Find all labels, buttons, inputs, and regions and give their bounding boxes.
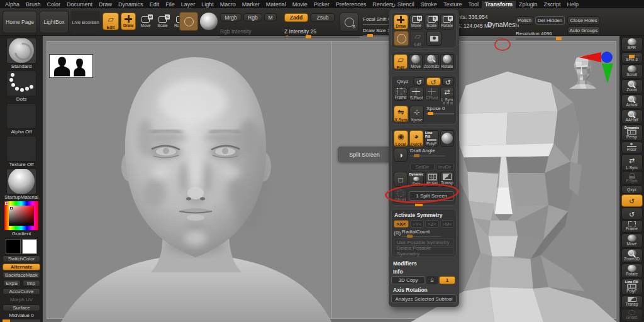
polyf-button[interactable]: Line Fill PolyF xyxy=(425,130,439,147)
x-sym-button[interactable]: X.Sym xyxy=(394,106,408,122)
qxyz-button[interactable]: Qxyz xyxy=(621,186,643,194)
z-axis-ball[interactable] xyxy=(601,52,613,63)
floor-button[interactable]: Floor xyxy=(621,142,643,153)
bpr-button[interactable]: BPR xyxy=(621,37,643,52)
menu-macro[interactable]: Macro xyxy=(217,1,239,8)
color-picker[interactable] xyxy=(4,201,38,231)
rgb-intensity-slider[interactable]: Rgb Intensity xyxy=(220,25,292,38)
persp-box-button[interactable] xyxy=(394,172,408,187)
qxyz-button[interactable]: Qxyz xyxy=(394,77,412,86)
current-material-ball[interactable] xyxy=(200,13,218,30)
menu-edit[interactable]: Edit xyxy=(147,1,163,8)
z-intensity-handle[interactable] xyxy=(306,35,311,38)
popup-rotate-button[interactable]: R Rotate xyxy=(440,14,455,30)
menu-picker[interactable]: Picker xyxy=(311,1,333,8)
aahalf-button[interactable]: AAHalf xyxy=(621,109,643,124)
mid-value-label[interactable]: MidValue 0 xyxy=(3,313,40,319)
menu-alpha[interactable]: Alpha xyxy=(2,1,23,8)
split-screen-button[interactable]: 1 Split Screen xyxy=(409,191,454,201)
accucurve-button[interactable]: AccuCurve xyxy=(3,288,40,295)
actual-button[interactable]: Actual xyxy=(621,94,643,109)
secondary-color-swatch[interactable] xyxy=(22,239,37,254)
mini-toggle[interactable] xyxy=(447,102,449,104)
current-brush-button[interactable] xyxy=(179,12,198,31)
popup-move-button[interactable]: M Move xyxy=(409,14,424,30)
psym-button[interactable]: P.Sym xyxy=(621,171,643,185)
frame-button[interactable]: Frame xyxy=(621,220,643,233)
popup-zoom3d-button[interactable]: Zoom3D xyxy=(424,54,439,69)
scale-button[interactable]: S Scale xyxy=(155,14,170,30)
quick-button[interactable]: Quick xyxy=(409,130,424,147)
main-color-swatch[interactable] xyxy=(6,239,21,254)
texture-thumbnail[interactable] xyxy=(6,136,36,162)
menu-marker[interactable]: Marker xyxy=(239,1,263,8)
menu-tool[interactable]: Tool xyxy=(465,1,482,8)
menu-document[interactable]: Document xyxy=(64,1,96,8)
zoom3d-button[interactable]: Zoom3D xyxy=(621,248,643,263)
move-view-button[interactable]: Move xyxy=(621,233,643,248)
l-sym-button[interactable]: L.Sym xyxy=(440,87,454,101)
mrgb-button[interactable]: Mrgb xyxy=(220,13,242,21)
copy-count-field[interactable]: 1 xyxy=(439,276,455,284)
camera-button[interactable] xyxy=(426,31,441,46)
resolution-slider[interactable]: Resolution 4096 xyxy=(516,26,565,40)
brush-mode-button[interactable] xyxy=(394,31,409,46)
m-button[interactable]: M xyxy=(264,13,277,21)
analyze-subtool-button[interactable]: Analyze Selected Subtool xyxy=(391,294,457,303)
gradient-label[interactable]: Gradient xyxy=(12,231,31,237)
scroll-button[interactable]: Scroll xyxy=(621,64,643,79)
polish-button[interactable]: Polish xyxy=(516,16,533,25)
mini-toggle[interactable] xyxy=(443,102,445,104)
stroke-type-button[interactable]: S xyxy=(340,13,358,31)
pt-sel-button[interactable]: Pt.Sel xyxy=(425,172,439,187)
viewport-canvas[interactable]: Split Screen xyxy=(43,36,619,322)
draft-contrast-button[interactable] xyxy=(394,148,408,162)
menu-light[interactable]: Light xyxy=(198,1,217,8)
q-rotate-button[interactable] xyxy=(621,194,643,207)
menu-draw[interactable]: Draw xyxy=(96,1,115,8)
frame-button[interactable]: Frame xyxy=(394,87,408,101)
live-boolean-button[interactable]: Live Boolean xyxy=(71,11,100,33)
rotate-view-button[interactable]: Rotate xyxy=(621,264,643,278)
menu-dynamics[interactable]: Dynamics xyxy=(115,1,147,8)
flat-shade-button[interactable] xyxy=(440,130,455,147)
menu-zplugin[interactable]: Zplugin xyxy=(516,1,541,8)
menu-help[interactable]: Help xyxy=(564,1,582,8)
resolution-handle[interactable] xyxy=(556,37,562,40)
sym-z-button[interactable]: >Z< xyxy=(425,220,439,228)
draw-button[interactable]: Draw xyxy=(121,13,136,30)
popup-move-view-button[interactable]: Move xyxy=(409,54,423,69)
ghost-button[interactable]: Ghost xyxy=(621,309,643,321)
zoom-button[interactable]: Zoom xyxy=(621,79,643,94)
menu-zscript[interactable]: Zscript xyxy=(540,1,564,8)
transp-button[interactable]: Transp xyxy=(440,172,454,187)
c-pivot-button[interactable]: CPivot xyxy=(425,87,439,101)
popup-edit-button[interactable]: Edit xyxy=(394,54,408,69)
mini-toggle[interactable] xyxy=(450,102,453,104)
home-page-button[interactable]: Home Page xyxy=(3,11,37,33)
ghost-button[interactable]: Ghost xyxy=(394,188,407,203)
axis-gizmo[interactable] xyxy=(579,47,619,85)
hue-marker[interactable] xyxy=(5,202,8,205)
menu-stencil[interactable]: Stencil xyxy=(394,1,418,8)
exps-button[interactable]: ExpS xyxy=(3,280,21,287)
persp-button[interactable]: Dynamic Persp xyxy=(621,125,643,141)
auto-groups-button[interactable]: Auto Groups xyxy=(567,26,600,35)
switch-color-button[interactable]: SwitchColor xyxy=(3,255,40,262)
popup-scale-button[interactable]: S Scale xyxy=(425,14,439,30)
alpha-thumbnail[interactable] xyxy=(6,103,36,129)
copy-3d-button[interactable]: 3D Copy xyxy=(391,276,425,284)
xpose-button[interactable]: Xpose xyxy=(409,106,424,122)
material-thumbnail[interactable] xyxy=(6,169,36,194)
edit-button[interactable]: Edit xyxy=(103,13,119,30)
imp-button[interactable]: Imp xyxy=(23,280,40,287)
sym-y-button[interactable]: >Y< xyxy=(410,220,424,228)
zsub-button[interactable]: Zsub xyxy=(311,13,335,22)
popup-draw-button[interactable]: Draw xyxy=(394,14,408,30)
color-marker[interactable] xyxy=(10,207,13,209)
xpose-slider[interactable]: Xpose 0 xyxy=(426,106,454,114)
del-hidden-button[interactable]: Del Hidden xyxy=(535,16,565,25)
sym-x-button[interactable]: >X< xyxy=(394,220,409,228)
stroke-thumbnail[interactable] xyxy=(6,70,36,96)
transp-button[interactable]: Transp xyxy=(621,296,643,308)
